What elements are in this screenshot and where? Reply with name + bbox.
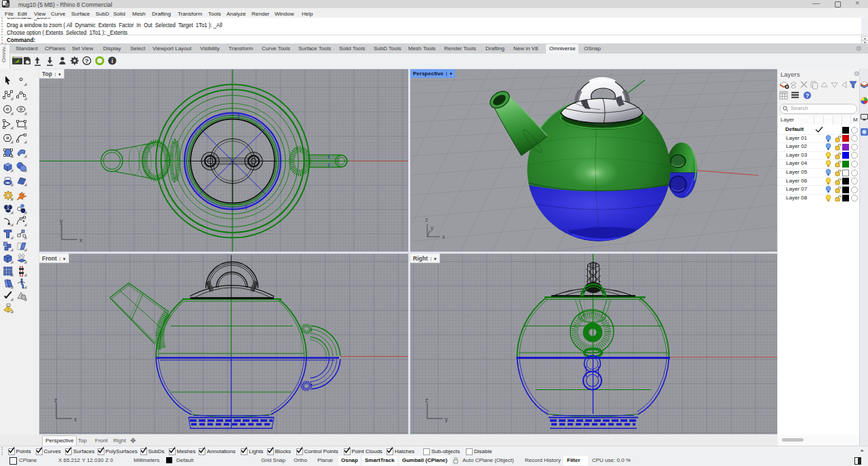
svg-text:x: x <box>74 416 77 423</box>
svg-text:z: z <box>425 216 428 223</box>
svg-text:?: ? <box>806 92 810 99</box>
svg-text:z: z <box>54 397 58 404</box>
svg-text:i: i <box>111 58 113 64</box>
svg-text:y: y <box>431 225 434 231</box>
svg-text:x: x <box>442 233 446 240</box>
svg-text:x: x <box>79 237 83 244</box>
svg-text:y: y <box>445 416 448 423</box>
svg-text:z: z <box>425 397 429 404</box>
svg-text:y: y <box>60 218 63 225</box>
svg-text:?: ? <box>85 57 89 64</box>
